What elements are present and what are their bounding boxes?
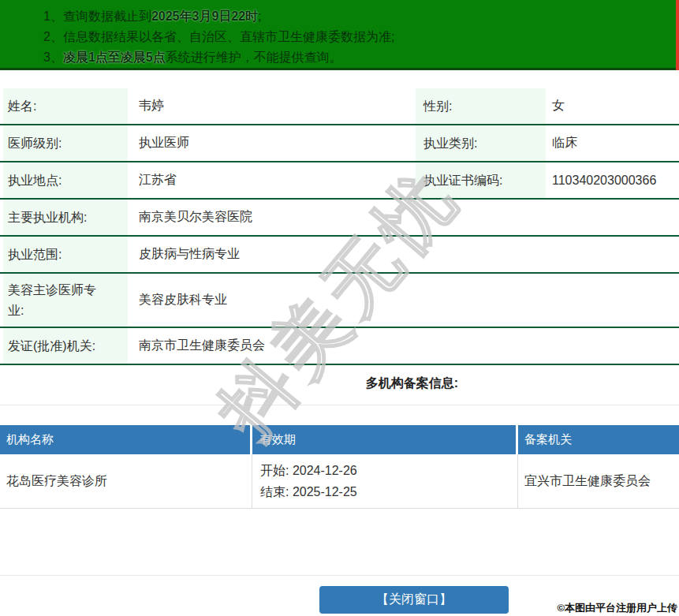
validity-value: 开始: 2024-12-26 结束: 2025-12-25: [252, 454, 518, 508]
table-row-main-org: 主要执业机构: 南京美贝尔美容医院: [0, 200, 679, 237]
filing-table: 机构名称 有效期 备案机关 花岛医疗美容诊所 开始: 2024-12-26 结束…: [0, 425, 679, 509]
name-value: 韦婷: [128, 98, 414, 114]
notice-line-number: 1、: [43, 9, 63, 23]
license-number-value: 110340203000366: [546, 174, 679, 188]
filing-authority-value: 宜兴市卫生健康委员会: [518, 454, 679, 508]
main-org-value: 南京美贝尔美容医院: [128, 209, 679, 226]
notice-banner: 1、查询数据截止到2025年3月9日22时; 2、信息数据结果以各省、自治区、直…: [0, 0, 679, 70]
query-result-page: 1、查询数据截止到2025年3月9日22时; 2、信息数据结果以各省、自治区、直…: [0, 0, 679, 616]
gender-value: 女: [546, 98, 679, 114]
issuing-authority-value: 南京市卫生健康委员会: [128, 338, 679, 354]
gender-label: 性别:: [416, 88, 546, 124]
red-edge-strip: [676, 0, 679, 70]
practice-category-label: 执业类别:: [416, 125, 546, 161]
practice-scope-label: 执业范围:: [3, 237, 128, 272]
name-label: 姓名:: [3, 88, 128, 124]
notice-bold-text: 凌晨1点至凌晨5点: [63, 50, 166, 64]
table-row-cosmetic-specialty: 美容主诊医师专业: 美容皮肤科专业: [0, 274, 679, 328]
license-number-label: 执业证书编码:: [416, 162, 546, 198]
doctor-info-table: 姓名: 韦婷 性别: 女 医师级别: 执业医师 执业类别: 临床 执业地点: 江…: [0, 88, 679, 365]
issuing-authority-label: 发证(批准)机关:: [3, 328, 128, 364]
close-window-button[interactable]: 【关闭窗口】: [319, 586, 509, 614]
practice-scope-value: 皮肤病与性病专业: [128, 246, 679, 263]
table-row-issuing-authority: 发证(批准)机关: 南京市卫生健康委员会: [0, 328, 679, 365]
org-name-header: 机构名称: [0, 425, 252, 454]
validity-header: 有效期: [252, 425, 518, 454]
cosmetic-specialty-value: 美容皮肤科专业: [128, 292, 679, 308]
practice-category-value: 临床: [546, 135, 679, 151]
practice-place-label: 执业地点:: [3, 162, 128, 198]
section-heading-text: 多机构备案信息:: [366, 375, 458, 392]
table-row-scope: 执业范围: 皮肤病与性病专业: [0, 237, 679, 274]
doctor-level-label: 医师级别:: [3, 125, 128, 161]
table-row-name-gender: 姓名: 韦婷 性别: 女: [0, 88, 679, 125]
filing-table-row: 花岛医疗美容诊所 开始: 2024-12-26 结束: 2025-12-25 宜…: [0, 454, 679, 509]
notice-bold-text: 2025年3月9日22时: [151, 9, 258, 23]
cosmetic-specialty-label: 美容主诊医师专业:: [3, 274, 128, 327]
notice-line-number: 2、: [43, 30, 63, 43]
bottom-divider: [0, 575, 679, 576]
doctor-level-value: 执业医师: [128, 135, 414, 151]
table-row-place-license: 执业地点: 江苏省 执业证书编码: 110340203000366: [0, 162, 679, 200]
notice-line-1: 1、查询数据截止到2025年3月9日22时;: [43, 6, 679, 27]
filing-table-header: 机构名称 有效期 备案机关: [0, 425, 679, 454]
org-name-value: 花岛医疗美容诊所: [0, 454, 252, 508]
notice-line-2: 2、信息数据结果以各省、自治区、直辖市卫生健康委数据为准;: [43, 27, 679, 47]
multi-org-filing-heading: 多机构备案信息:: [0, 363, 679, 405]
table-row-level-category: 医师级别: 执业医师 执业类别: 临床: [0, 125, 679, 162]
practice-place-value: 江苏省: [128, 172, 414, 189]
notice-line-3: 3、凌晨1点至凌晨5点系统进行维护，不能提供查询。: [43, 47, 679, 68]
validity-end: 结束: 2025-12-25: [260, 481, 517, 502]
notice-line-number: 3、: [43, 50, 63, 64]
validity-start: 开始: 2024-12-26: [260, 460, 517, 481]
main-org-label: 主要执业机构:: [3, 200, 128, 235]
filing-authority-header: 备案机关: [518, 425, 679, 454]
upload-stamp-text: ©本图由平台注册用户上传: [557, 601, 677, 615]
